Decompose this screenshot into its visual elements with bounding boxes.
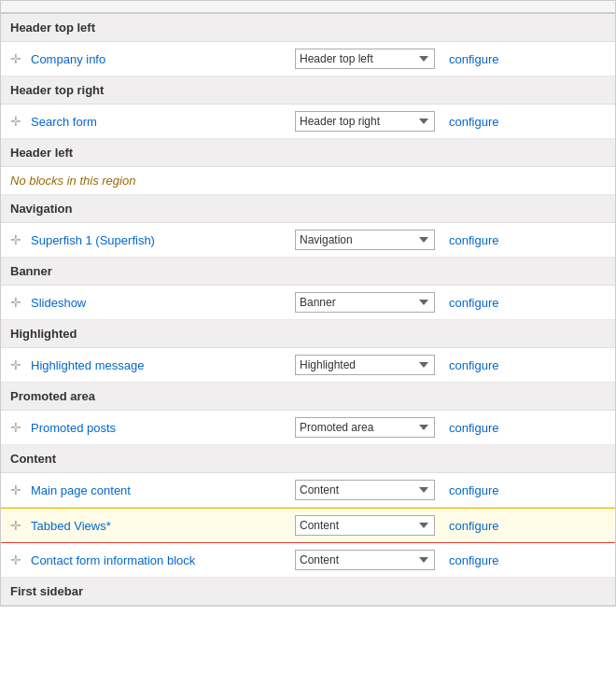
section-header-8: First sidebar bbox=[1, 578, 615, 606]
region-select-cell: - None -Header top leftHeader top rightH… bbox=[295, 417, 449, 438]
region-select[interactable]: - None -Header top leftHeader top rightH… bbox=[295, 515, 435, 536]
sections-container: Header top left✛Company info- None -Head… bbox=[1, 14, 615, 606]
block-name-link[interactable]: Contact form information block bbox=[31, 553, 195, 567]
configure-link[interactable]: configure bbox=[449, 553, 498, 567]
block-name-cell: ✛Main page content bbox=[10, 482, 295, 497]
section-header-5: Highlighted bbox=[1, 320, 615, 348]
section-header-3: Navigation bbox=[1, 195, 615, 223]
blocks-table: Header top left✛Company info- None -Head… bbox=[0, 0, 616, 607]
region-select[interactable]: - None -Header top leftHeader top rightH… bbox=[295, 230, 435, 250]
table-row: ✛Slideshow- None -Header top leftHeader … bbox=[1, 286, 615, 320]
block-name-cell: ✛Tabbed Views* bbox=[10, 518, 295, 533]
table-row: ✛Contact form information block- None -H… bbox=[1, 543, 615, 578]
section-header-4: Banner bbox=[1, 258, 615, 286]
region-select-cell: - None -Header top leftHeader top rightH… bbox=[295, 111, 449, 132]
drag-handle-icon[interactable]: ✛ bbox=[10, 295, 23, 310]
configure-link[interactable]: configure bbox=[449, 296, 498, 310]
drag-handle-icon[interactable]: ✛ bbox=[10, 232, 23, 247]
block-name-link[interactable]: Superfish 1 (Superfish) bbox=[31, 233, 155, 247]
table-row: ✛Highlighted message- None -Header top l… bbox=[1, 348, 615, 383]
configure-link[interactable]: configure bbox=[449, 483, 498, 497]
ops-cell: configure bbox=[449, 115, 570, 129]
block-name-link[interactable]: Main page content bbox=[31, 483, 131, 497]
drag-handle-icon[interactable]: ✛ bbox=[10, 51, 23, 66]
region-select-cell: - None -Header top leftHeader top rightH… bbox=[295, 550, 449, 570]
drag-handle-icon[interactable]: ✛ bbox=[10, 552, 23, 567]
section-header-0: Header top left bbox=[1, 14, 615, 42]
ops-cell: configure bbox=[449, 233, 570, 247]
block-name-link[interactable]: Search form bbox=[31, 115, 97, 129]
ops-cell: configure bbox=[449, 358, 570, 372]
region-select-cell: - None -Header top leftHeader top rightH… bbox=[295, 480, 449, 500]
configure-link[interactable]: configure bbox=[449, 233, 498, 247]
region-select[interactable]: - None -Header top leftHeader top rightH… bbox=[295, 111, 435, 132]
ops-cell: configure bbox=[449, 296, 570, 310]
no-blocks-message: No blocks in this region bbox=[1, 167, 615, 195]
table-header bbox=[1, 1, 615, 14]
section-header-2: Header left bbox=[1, 139, 615, 167]
configure-link[interactable]: configure bbox=[449, 519, 498, 533]
region-select-cell: - None -Header top leftHeader top rightH… bbox=[295, 515, 449, 536]
table-row: ✛Promoted posts- None -Header top leftHe… bbox=[1, 411, 615, 445]
configure-link[interactable]: configure bbox=[449, 115, 498, 129]
block-name-link[interactable]: Highlighted message bbox=[31, 358, 144, 372]
table-row: ✛Tabbed Views*- None -Header top leftHea… bbox=[1, 508, 615, 543]
drag-handle-icon[interactable]: ✛ bbox=[10, 482, 23, 497]
region-select-cell: - None -Header top leftHeader top rightH… bbox=[295, 49, 449, 69]
block-name-cell: ✛Promoted posts bbox=[10, 420, 295, 435]
drag-handle-icon[interactable]: ✛ bbox=[10, 357, 23, 372]
configure-link[interactable]: configure bbox=[449, 358, 498, 372]
block-name-link[interactable]: Tabbed Views* bbox=[31, 519, 111, 533]
ops-cell: configure bbox=[449, 519, 570, 533]
drag-handle-icon[interactable]: ✛ bbox=[10, 420, 23, 435]
table-row: ✛Company info- None -Header top leftHead… bbox=[1, 42, 615, 77]
region-select-cell: - None -Header top leftHeader top rightH… bbox=[295, 355, 449, 375]
table-row: ✛Main page content- None -Header top lef… bbox=[1, 473, 615, 508]
ops-cell: configure bbox=[449, 52, 570, 66]
block-name-cell: ✛Search form bbox=[10, 114, 295, 129]
table-row: ✛Search form- None -Header top leftHeade… bbox=[1, 105, 615, 139]
section-header-7: Content bbox=[1, 445, 615, 473]
block-name-cell: ✛Superfish 1 (Superfish) bbox=[10, 232, 295, 247]
drag-handle-icon[interactable]: ✛ bbox=[10, 114, 23, 129]
block-name-cell: ✛Slideshow bbox=[10, 295, 295, 310]
ops-cell: configure bbox=[449, 553, 570, 567]
block-name-cell: ✛Highlighted message bbox=[10, 357, 295, 372]
region-select[interactable]: - None -Header top leftHeader top rightH… bbox=[295, 417, 435, 438]
block-name-link[interactable]: Slideshow bbox=[31, 296, 86, 310]
region-select-cell: - None -Header top leftHeader top rightH… bbox=[295, 230, 449, 250]
region-select[interactable]: - None -Header top leftHeader top rightH… bbox=[295, 480, 435, 500]
region-select[interactable]: - None -Header top leftHeader top rightH… bbox=[295, 49, 435, 69]
region-select-cell: - None -Header top leftHeader top rightH… bbox=[295, 292, 449, 313]
configure-link[interactable]: configure bbox=[449, 421, 498, 435]
block-name-cell: ✛Contact form information block bbox=[10, 552, 295, 567]
ops-cell: configure bbox=[449, 421, 570, 435]
section-header-1: Header top right bbox=[1, 77, 615, 105]
block-name-link[interactable]: Promoted posts bbox=[31, 421, 116, 435]
region-select[interactable]: - None -Header top leftHeader top rightH… bbox=[295, 355, 435, 375]
region-select[interactable]: - None -Header top leftHeader top rightH… bbox=[295, 550, 435, 570]
drag-handle-icon[interactable]: ✛ bbox=[10, 518, 23, 533]
section-header-6: Promoted area bbox=[1, 383, 615, 411]
block-name-cell: ✛Company info bbox=[10, 51, 295, 66]
region-select[interactable]: - None -Header top leftHeader top rightH… bbox=[295, 292, 435, 313]
configure-link[interactable]: configure bbox=[449, 52, 498, 66]
ops-cell: configure bbox=[449, 483, 570, 497]
table-row: ✛Superfish 1 (Superfish)- None -Header t… bbox=[1, 223, 615, 258]
block-name-link[interactable]: Company info bbox=[31, 52, 105, 66]
